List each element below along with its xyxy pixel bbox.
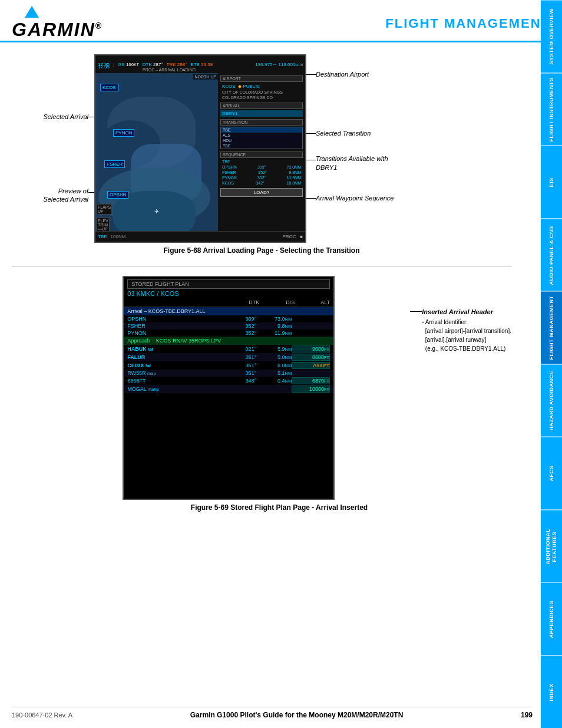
brand-logo: GARMIN®	[12, 6, 103, 41]
sidebar-tab-eis[interactable]: EIS	[541, 146, 562, 219]
fp-dtk-fsher: 352°	[221, 323, 256, 329]
fp-alt-falur: 8600FT	[292, 354, 330, 361]
fp-row-fsher: FSHER 352° 9.8NM	[124, 322, 333, 330]
fp-wp-rw35r: RW35R map	[127, 370, 221, 376]
fp-col-headers: DTK DIS ALT	[124, 298, 333, 307]
sidebar-tab-afcs[interactable]: AFCS	[541, 437, 562, 510]
figure1-container: Selected Arrival Preview ofSelected Arri…	[12, 54, 511, 255]
fsher-waypoint: FSHER	[104, 160, 125, 168]
fp-wp-opshn: OPSHN	[127, 316, 221, 322]
sidebar-tab-hazard-avoidance[interactable]: HAZARD AVOIDANCE	[541, 364, 562, 437]
fp-alt-mogal: 10000FT	[292, 386, 330, 393]
airport-header: AIRPORT	[220, 75, 303, 82]
proc-label: PROC – ARRIVAL LOADING	[143, 68, 196, 72]
figure2-caption: Figure 5-69 Stored Flight Plan Page - Ar…	[47, 503, 511, 512]
fp-alt-6368ft: 6870FT	[292, 377, 330, 384]
fp-title: 03 KMKC / KCOS	[124, 289, 333, 298]
airport-id: KCOS ◆ PUBLIC	[220, 83, 303, 90]
arrival-header: ARRIVAL	[220, 103, 303, 109]
screen-panel: AIRPORT KCOS ◆ PUBLIC CITY OF COLORADO S…	[218, 73, 305, 243]
transition-list: TBE ALS HDU TBE	[220, 127, 303, 149]
sidebar-tab-flight-management[interactable]: FLIGHT MANAGEMENT	[541, 291, 562, 364]
transition-hdu: HDU	[221, 138, 302, 143]
fp-dis-cegix: 6.0NM	[256, 363, 292, 368]
page-title: FLIGHT MANAGEMENT	[385, 16, 550, 31]
fp-wp-habuk: HABUK iaf	[127, 346, 221, 352]
col-dtk: DTK	[224, 299, 259, 305]
fp-dis-pynon: 11.9NM	[256, 330, 292, 336]
fp-row-falur: FALUR 261° 5.0NM 8600FT	[124, 353, 333, 361]
fp-dtk-rw35r: 351°	[221, 370, 256, 376]
selected-arrival-callout: Selected Arrival	[43, 113, 88, 120]
north-up-label: NORTH UP	[193, 74, 218, 80]
load-button[interactable]: LOAD?	[220, 188, 303, 197]
fp-alt-cegix: 7000FT	[292, 362, 330, 369]
airport-state: COLORADO SPRINGS CO	[220, 95, 303, 100]
arrival-waypoint-sequence-callout: Arrival Waypoint Sequence	[316, 195, 394, 202]
fp-row-mogal: MOGAL mahp 10000FT	[124, 385, 333, 393]
sidebar-tab-audio-panel[interactable]: AUDIO PANEL & CNS	[541, 219, 562, 292]
sidebar-tab-flight-instruments[interactable]: FLIGHT INSTRUMENTS	[541, 73, 562, 146]
figure2-container: STORED FLIGHT PLAN 03 KMKC / KCOS DTK DI…	[12, 276, 511, 512]
fp-wp-mogal: MOGAL mahp	[127, 386, 221, 392]
airport-section: AIRPORT KCOS ◆ PUBLIC CITY OF COLORADO S…	[220, 75, 303, 100]
sidebar-tab-appendices[interactable]: APPENDICES	[541, 582, 562, 655]
flight-plan-screen: STORED FLIGHT PLAN 03 KMKC / KCOS DTK DI…	[123, 276, 335, 500]
fp-dis-habuk: 5.9NM	[256, 346, 292, 352]
figure1-wrap: Selected Arrival Preview ofSelected Arri…	[94, 54, 511, 243]
annotation-title: Inserted Arrival Header	[422, 308, 511, 315]
figure1-caption: Figure 5-68 Arrival Loading Page - Selec…	[12, 246, 511, 255]
fp-row-pynon: PYNON 352° 11.9NM	[124, 330, 333, 337]
fp-dtk-falur: 261°	[221, 354, 256, 360]
fp-wp-falur: FALUR	[127, 354, 221, 360]
fp-dtk-opshn: 309°	[221, 316, 256, 322]
main-content: Selected Arrival Preview ofSelected Arri…	[0, 48, 541, 535]
fp-dtk-cegix: 351°	[221, 363, 256, 368]
fp-wp-6368ft: 6368FT	[127, 378, 221, 384]
airport-city: CITY OF COLORADO SPRINGS	[220, 90, 303, 95]
ete-label: ETE 23:38	[190, 62, 213, 67]
arrival-section-header: Arrival – KCOS-TBE.DBRY1.ALL	[124, 307, 333, 315]
brand-name: GARMIN®	[12, 19, 103, 41]
transition-tbe2: TBE	[221, 143, 302, 149]
figure2-wrap: STORED FLIGHT PLAN 03 KMKC / KCOS DTK DI…	[47, 276, 511, 500]
seq-kcos: KCOS342°18.8NM	[220, 180, 303, 186]
seq-opshn: OPSHN309°73.0NM	[220, 164, 303, 170]
fp-wp-fsher: FSHER	[127, 323, 221, 329]
pynon-waypoint: PYNON	[113, 129, 134, 137]
arrival-section: ARRIVAL DBRY1	[220, 103, 303, 117]
sidebar-tab-additional-features[interactable]: ADDITIONAL FEATURES	[541, 510, 562, 583]
fp-wp-cegix: CEGIX faf	[127, 363, 221, 368]
footer-page-number: 199	[521, 711, 533, 719]
section-divider	[12, 266, 511, 267]
fp-wp-pynon: PYNON	[127, 330, 221, 336]
arrival-value: DBRY1	[220, 110, 303, 117]
sidebar-tab-system-overview[interactable]: SYSTEM OVERVIEW	[541, 0, 562, 73]
transition-als: ALS	[221, 133, 302, 138]
sidebar-tab-index[interactable]: INDEX	[541, 655, 562, 729]
screen-map: NORTH UP KCOS PYNON FSHER OPSHN ✈ FLAPSU…	[95, 73, 219, 243]
seq-fsher: FSHER352°9.8NM	[220, 170, 303, 175]
sequence-section: SEQUENCE TBE OPSHN309°73.0NM FSHER352°9.…	[220, 151, 303, 186]
gs-label: GS 166KT	[118, 62, 139, 67]
footer-title: Garmin G1000 Pilot's Guide for the Moone…	[190, 711, 404, 719]
page-footer: 190-00647-02 Rev. A Garmin G1000 Pilot's…	[12, 707, 533, 719]
kcos-waypoint: KCOS	[100, 84, 118, 91]
bottom-dist: 100NM	[111, 234, 126, 239]
fp-dis-opshn: 73.0NM	[256, 316, 292, 322]
transition-header: TRANSITION	[220, 119, 303, 126]
screen-bottom-bar: TBE 100NM PROC ■	[95, 231, 305, 242]
avionics-screen-1: 17.95 17.95 | GS 166KT DTK 287° TRK 298°…	[94, 54, 306, 243]
spd-value2: 17.95	[98, 64, 110, 70]
fp-row-cegix: CEGIX faf 351° 6.0NM 7000FT	[124, 361, 333, 370]
destination-airport-callout: Destination Airport	[316, 71, 369, 78]
transition-tbe: TBE	[221, 127, 302, 133]
dtk-label: DTK 287°	[143, 62, 163, 67]
page-header: GARMIN® FLIGHT MANAGEMENT	[0, 0, 562, 42]
fp-row-opshn: OPSHN 309° 73.0NM	[124, 315, 333, 322]
fp-header-label: STORED FLIGHT PLAN	[127, 279, 330, 289]
right-sidebar: SYSTEM OVERVIEW FLIGHT INSTRUMENTS EIS A…	[541, 0, 562, 728]
fp-dtk-habuk: 021°	[221, 346, 256, 352]
approach-section-header: Approach – KCOS-RNAV 35ROPS LPV	[124, 337, 333, 345]
col-dis: DIS	[259, 299, 295, 305]
